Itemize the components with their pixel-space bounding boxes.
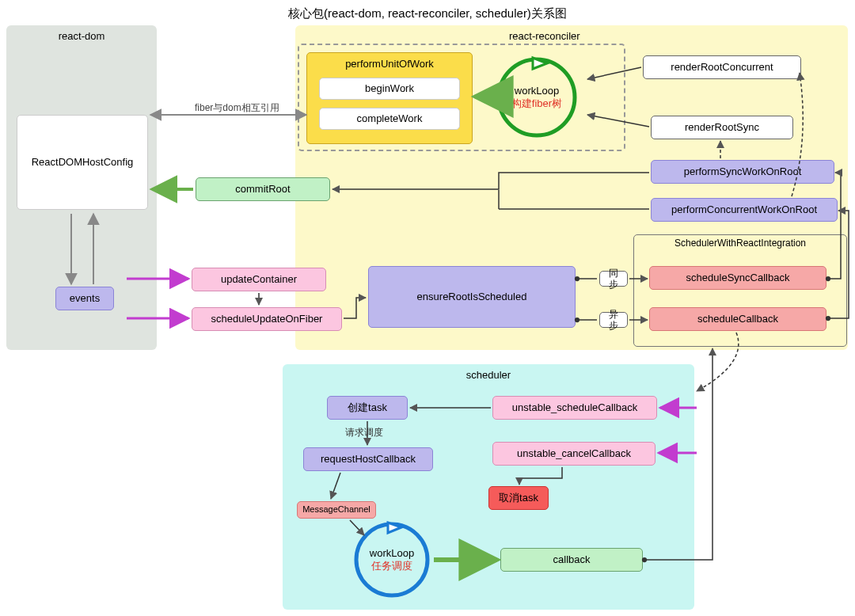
node-render-root-concurrent: renderRootConcurrent — [643, 55, 801, 79]
node-request-host-callback: requestHostCallback — [303, 447, 433, 471]
node-create-task: 创建task — [327, 396, 408, 420]
node-message-channel: MessageChannel — [297, 501, 376, 519]
node-workloop-scheduler: workLoop 任务调度 — [352, 520, 431, 599]
node-commit-root: commitRoot — [196, 177, 330, 201]
label-fiber-dom: fiber与dom相互引用 — [195, 101, 279, 115]
node-events: events — [55, 287, 114, 310]
node-unstable-schedule-callback: unstable_scheduleCallback — [492, 396, 657, 420]
panel-react-dom-label: react-dom — [6, 30, 157, 42]
panel-react-reconciler-label: react-reconciler — [509, 30, 580, 42]
chip-sync: 同步 — [599, 271, 628, 287]
node-schedule-update-on-fiber: scheduleUpdateOnFiber — [192, 307, 342, 331]
workloop-scheduler-sub: 任务调度 — [371, 559, 412, 573]
node-workloop-reconciler: workLoop 构建fiber树 — [495, 55, 579, 139]
workloop-scheduler-name: workLoop — [370, 547, 414, 559]
node-react-dom-host-config: ReactDOMHostConfig — [17, 115, 148, 210]
node-callback: callback — [500, 548, 643, 572]
panel-scheduler-label: scheduler — [283, 369, 694, 381]
node-unstable-cancel-callback: unstable_cancelCallback — [492, 442, 656, 466]
label-request-schedule: 请求调度 — [345, 426, 383, 439]
workloop-reconciler-sub: 构建fiber树 — [511, 97, 562, 111]
swri-label: SchedulerWithReactIntegration — [633, 238, 847, 249]
node-begin-work: beginWork — [319, 78, 460, 100]
chip-async: 异步 — [599, 312, 628, 328]
node-render-root-sync: renderRootSync — [651, 116, 793, 139]
node-complete-work: completeWork — [319, 108, 460, 130]
workloop-reconciler-name: workLoop — [515, 85, 559, 97]
node-update-container: updateContainer — [192, 268, 326, 291]
node-cancel-task: 取消task — [488, 486, 549, 510]
node-perform-concurrent-work-on-root: performConcurrentWorkOnRoot — [651, 198, 838, 222]
node-perform-sync-work-on-root: performSyncWorkOnRoot — [651, 160, 834, 184]
diagram-title: 核心包(react-dom, react-reconciler, schedul… — [0, 6, 855, 21]
node-schedule-sync-callback: scheduleSyncCallback — [649, 266, 826, 290]
node-ensure-root-is-scheduled: ensureRootIsScheduled — [368, 266, 576, 328]
node-schedule-callback: scheduleCallback — [649, 307, 826, 331]
